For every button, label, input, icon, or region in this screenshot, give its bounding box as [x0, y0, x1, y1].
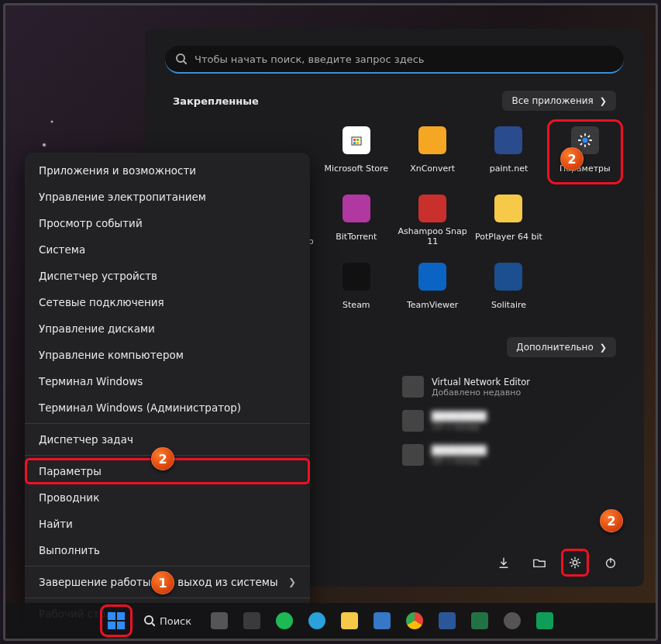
- recommended-item[interactable]: Virtual Network EditorДобавлено недавно: [399, 373, 616, 401]
- badge-2a: 2: [151, 447, 174, 470]
- menu-item[interactable]: Проводник: [25, 484, 310, 511]
- badge-1: 1: [151, 571, 174, 594]
- svg-rect-5: [353, 142, 356, 144]
- tb-word[interactable]: [433, 607, 461, 635]
- badge-2b: 2: [560, 147, 584, 170]
- pinned-tile[interactable]: Параметры: [548, 120, 622, 184]
- recommended-item[interactable]: ████████18 ч назад: [399, 441, 616, 469]
- svg-point-11: [145, 616, 153, 624]
- taskbar: Поиск: [5, 603, 656, 639]
- pinned-tile[interactable]: Ashampoo Snap 11: [395, 188, 470, 252]
- pinned-title: Закрепленные: [173, 95, 259, 107]
- menu-item[interactable]: Управление электропитанием: [25, 184, 310, 210]
- menu-item[interactable]: Система: [25, 236, 310, 263]
- tb-chrome[interactable]: [401, 607, 429, 635]
- pinned-tile[interactable]: paint.net: [471, 120, 546, 184]
- chevron-right-icon: ❯: [600, 96, 607, 106]
- menu-item[interactable]: Сетевые подключения: [25, 289, 310, 315]
- search-icon: [176, 53, 187, 64]
- tb-telegram[interactable]: [303, 607, 331, 635]
- svg-rect-3: [353, 139, 356, 141]
- tb-explorer[interactable]: [336, 607, 363, 635]
- menu-item[interactable]: Управление компьютером: [25, 342, 310, 368]
- taskbar-search[interactable]: Поиск: [135, 607, 201, 635]
- chevron-right-icon: ❯: [600, 343, 607, 353]
- settings-icon[interactable]: [562, 549, 588, 576]
- task-view[interactable]: [205, 607, 233, 635]
- svg-point-0: [177, 54, 184, 62]
- svg-point-8: [573, 560, 577, 564]
- tb-excel[interactable]: [466, 607, 494, 635]
- menu-item[interactable]: Приложения и возможности: [25, 157, 310, 184]
- pinned-tile[interactable]: Microsoft Store: [319, 120, 394, 184]
- svg-line-1: [184, 61, 187, 64]
- download-icon[interactable]: [491, 549, 517, 576]
- pinned-header: Закрепленные Все приложения ❯: [173, 91, 616, 111]
- folder-icon[interactable]: [526, 549, 553, 576]
- pinned-tile[interactable]: XnConvert: [395, 120, 470, 184]
- svg-line-12: [152, 623, 155, 626]
- search-input[interactable]: Чтобы начать поиск, введите запрос здесь: [165, 46, 624, 74]
- tb-spotify[interactable]: [270, 607, 298, 635]
- power-icon[interactable]: [597, 549, 624, 576]
- winx-menu: Приложения и возможностиУправление элект…: [25, 153, 310, 632]
- pinned-tile[interactable]: Steam: [319, 257, 394, 320]
- search-placeholder: Чтобы начать поиск, введите запрос здесь: [195, 53, 425, 65]
- menu-item[interactable]: Терминал Windows (Администратор): [25, 394, 310, 421]
- recommended-item[interactable]: ████████14 ч назад: [399, 407, 616, 435]
- menu-item[interactable]: Выполнить: [25, 537, 310, 563]
- svg-rect-4: [356, 139, 359, 141]
- pinned-tile[interactable]: PotPlayer 64 bit: [471, 188, 546, 252]
- tb-sheets[interactable]: [531, 607, 559, 635]
- all-apps-button[interactable]: Все приложения ❯: [502, 91, 616, 111]
- chevron-right-icon: ❯: [288, 577, 296, 587]
- desktop: Чтобы начать поиск, введите запрос здесь…: [3, 3, 658, 641]
- tb-app-1[interactable]: [238, 607, 266, 635]
- pinned-tile[interactable]: Solitaire: [471, 257, 546, 320]
- more-button[interactable]: Дополнительно ❯: [507, 337, 616, 357]
- menu-item[interactable]: Найти: [25, 511, 310, 537]
- menu-item[interactable]: Диспетчер устройств: [25, 263, 310, 289]
- tb-app-3[interactable]: [498, 607, 526, 635]
- svg-point-7: [583, 138, 588, 143]
- menu-item[interactable]: Просмотр событий: [25, 210, 310, 236]
- pinned-tile[interactable]: TeamViewer: [395, 257, 470, 320]
- badge-2c: 2: [600, 509, 623, 532]
- pinned-tile[interactable]: BitTorrent: [319, 188, 394, 252]
- menu-item[interactable]: Терминал Windows: [25, 368, 310, 394]
- menu-item[interactable]: Управление дисками: [25, 315, 310, 342]
- windows-logo-icon: [108, 612, 125, 629]
- start-button[interactable]: [102, 607, 130, 635]
- tb-app-2[interactable]: [368, 607, 396, 635]
- svg-rect-6: [356, 142, 359, 144]
